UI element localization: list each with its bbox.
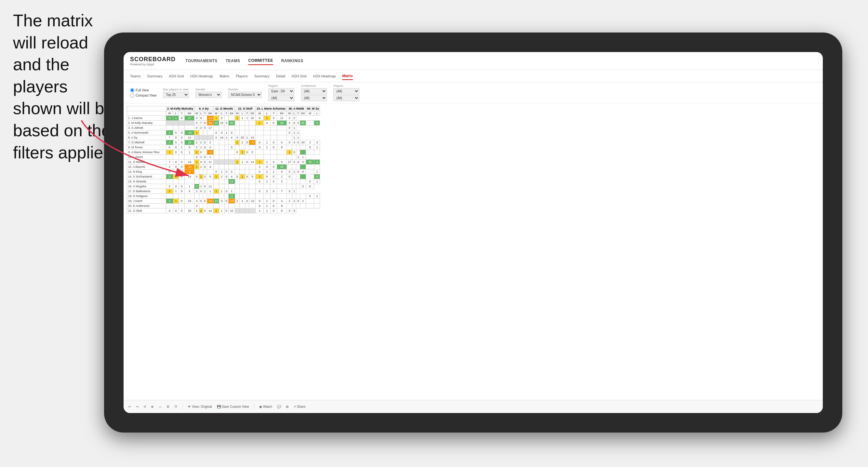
settings-btn[interactable]: ⚙ <box>166 405 169 408</box>
cell: 0 <box>270 189 277 194</box>
sub-nav-teams[interactable]: Teams <box>130 72 141 80</box>
cell <box>245 121 249 126</box>
compact-view-radio[interactable]: Compact View <box>130 93 156 98</box>
sub-nav-h2h-heatmap[interactable]: H2H Heatmap <box>190 72 213 80</box>
share-btn[interactable]: ↗ Share <box>293 405 306 408</box>
player-name: 7. O Mitchell <box>127 140 166 145</box>
cell <box>245 209 249 213</box>
conference-select[interactable]: (All) <box>301 88 327 94</box>
cell: 0 <box>199 150 203 155</box>
cell: 0 <box>256 189 264 194</box>
cell: 1 <box>292 135 296 140</box>
cell: 0 <box>256 199 264 204</box>
cell: 3 <box>166 199 173 204</box>
cell <box>199 130 203 135</box>
cell: 7 <box>166 135 173 140</box>
cell <box>249 130 256 135</box>
nav-rankings[interactable]: RANKINGS <box>281 57 303 65</box>
sub-nav-players[interactable]: Players <box>236 72 248 80</box>
cell <box>219 155 224 160</box>
clock-btn[interactable]: ⏱ <box>174 405 178 408</box>
undo-btn[interactable]: ↩ <box>128 405 131 408</box>
cell: 1 <box>314 194 320 199</box>
cell <box>166 194 173 199</box>
matrix-wrapper[interactable]: 2. M Kelly Mulcahy 6. A Dy 11. G Woods 2… <box>124 103 823 400</box>
cell <box>179 194 185 199</box>
h-l1: L <box>173 111 179 116</box>
zoom-btn[interactable]: ⊕ <box>151 405 154 408</box>
sub-nav-matrix2[interactable]: Matrix <box>342 72 352 80</box>
cell: 4 <box>277 140 287 145</box>
h-w2: W <box>194 111 199 116</box>
max-players-select[interactable]: Top 25 <box>163 92 189 98</box>
save-custom-btn[interactable]: 💾 Save Custom View <box>217 405 249 408</box>
cell: 2 <box>194 145 199 150</box>
cell: 0 <box>179 169 185 174</box>
cell: 3 <box>166 189 173 194</box>
nav-committee[interactable]: COMMITTEE <box>248 57 273 65</box>
sub-nav-detail[interactable]: Detail <box>276 72 285 80</box>
cell: 0 <box>235 174 240 179</box>
cell <box>264 150 270 155</box>
nav-tournaments[interactable]: TOURNAMENTS <box>185 57 218 65</box>
division-select[interactable]: NCAA Division II <box>228 92 262 98</box>
minus-btn[interactable]: — <box>158 405 162 408</box>
cell: 17 <box>287 160 292 164</box>
nav-teams[interactable]: TEAMS <box>226 57 240 65</box>
cell <box>235 169 240 174</box>
sub-nav-matrix[interactable]: Matrix <box>219 72 229 80</box>
cell: 8 <box>277 145 287 150</box>
cell <box>179 155 185 160</box>
players-select[interactable]: (All) <box>333 88 359 94</box>
players-sub-select[interactable]: (All) <box>333 95 359 101</box>
cell: 1 <box>264 204 270 209</box>
cell: 4 <box>314 160 320 164</box>
gender-select[interactable]: Women's <box>195 92 221 98</box>
table-row: 1. J Garcia 3 1 0 27 3 0 -11 1 0 <box>127 116 320 121</box>
cell: 1 <box>287 150 292 155</box>
cell <box>224 184 228 189</box>
h-l5: L <box>264 111 270 116</box>
sub-nav-h2h-heatmap2[interactable]: H2H Heatmap <box>313 72 336 80</box>
view-original-btn[interactable]: 👁 View: Original <box>188 405 212 408</box>
cell <box>185 121 194 126</box>
sub-nav-h2h-grid[interactable]: H2H Grid <box>169 72 184 80</box>
cell <box>235 204 240 209</box>
cell: 1 <box>277 174 287 179</box>
grid-btn[interactable]: ⊞ <box>286 405 288 408</box>
conference-sub-select[interactable]: (All) <box>301 95 327 101</box>
cell <box>219 126 224 130</box>
cell <box>240 130 245 135</box>
cell: 25 <box>240 135 245 140</box>
annotation-text: The matrix will reload and the players s… <box>13 10 117 163</box>
cell: 14 <box>185 174 194 179</box>
cell: 24 <box>300 140 306 145</box>
comment-btn[interactable]: 💬 <box>277 405 281 408</box>
max-players-filter: Max players in view Top 25 <box>163 88 189 98</box>
watch-btn[interactable]: ◉ Watch <box>259 405 272 408</box>
cell: 0 <box>179 189 185 194</box>
region-select[interactable]: East - DII <box>268 88 294 94</box>
cell <box>179 204 185 209</box>
cell: 4 <box>270 160 277 164</box>
cell <box>245 155 249 160</box>
sub-nav-h2h-grid2[interactable]: H2H Grid <box>292 72 307 80</box>
region-sub-select[interactable]: (All) <box>268 95 294 101</box>
cell <box>264 194 270 199</box>
sub-nav-summary[interactable]: Summary <box>147 72 162 80</box>
cell: 0 <box>300 184 306 189</box>
full-view-radio[interactable]: Full View <box>130 88 156 92</box>
cell: 2 <box>235 199 240 204</box>
cell <box>292 204 296 209</box>
cell <box>213 179 219 184</box>
cell <box>300 179 306 184</box>
cell: 0 <box>203 121 207 126</box>
cell: 1 <box>256 160 264 164</box>
cell: 0 <box>256 179 264 184</box>
cell: 0 <box>179 174 185 179</box>
refresh-btn[interactable]: ↺ <box>144 405 146 408</box>
redo-btn[interactable]: ↪ <box>136 405 138 408</box>
cell <box>314 204 320 209</box>
sub-nav-summary2[interactable]: Summary <box>254 72 270 80</box>
cell <box>256 135 264 140</box>
